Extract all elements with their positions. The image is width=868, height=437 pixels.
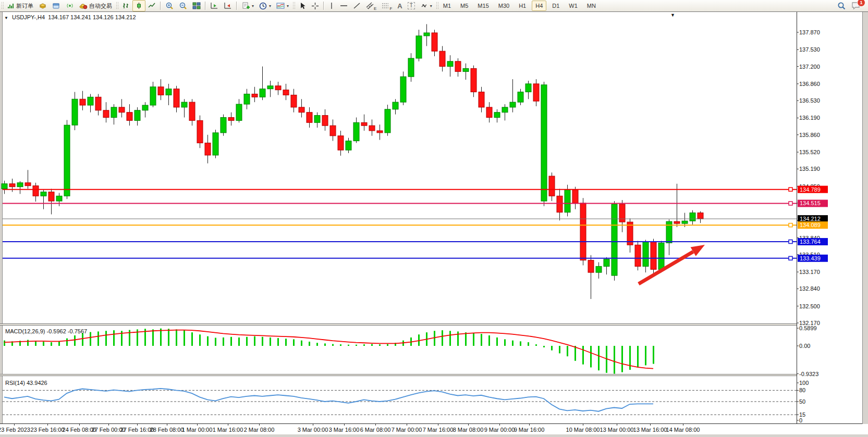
bull-candle xyxy=(236,104,242,120)
price-line-anchor[interactable] xyxy=(789,223,792,227)
arrows-icon xyxy=(420,2,428,9)
bear-candle xyxy=(95,97,101,110)
periods-button[interactable]: ▾ xyxy=(256,0,274,11)
chevron-down-icon: ▾ xyxy=(269,4,271,8)
bear-candle xyxy=(377,131,383,133)
bear-candle xyxy=(533,84,539,101)
crosshair-tool-button[interactable] xyxy=(309,0,322,11)
timeframe-button-m30[interactable]: M30 xyxy=(495,1,513,11)
time-tick-label: 1 Mar 16:00 xyxy=(213,427,243,433)
arrows-tool-button[interactable]: ▾ xyxy=(418,0,435,11)
bear-candle xyxy=(486,107,492,118)
price-line-label: 133.439 xyxy=(800,255,821,261)
bull-candle xyxy=(142,105,148,110)
timeframe-button-m15[interactable]: M15 xyxy=(474,1,492,11)
auto-scroll-button[interactable] xyxy=(207,0,221,11)
line-chart-type-button[interactable] xyxy=(145,0,158,11)
bear-candle xyxy=(103,110,109,118)
window-cloud-icon xyxy=(52,2,60,9)
bear-candle xyxy=(439,51,445,66)
bull-candle xyxy=(502,107,508,113)
bull-candle xyxy=(56,196,62,201)
price-line-anchor[interactable] xyxy=(789,202,792,205)
timeframe-button-m5[interactable]: M5 xyxy=(457,1,472,11)
bear-candle xyxy=(674,221,680,223)
bear-candle xyxy=(557,196,563,212)
chart-background xyxy=(3,11,862,437)
time-tick-label: 2 Mar 08:00 xyxy=(244,427,275,433)
zoom-in-icon xyxy=(165,2,174,10)
text-tool-button[interactable]: A xyxy=(395,0,405,11)
bear-candle xyxy=(572,190,578,203)
timeframe-button-w1[interactable]: W1 xyxy=(565,1,581,11)
horizontal-line-tool-button[interactable] xyxy=(337,0,350,11)
macd-indicator-label: MACD(12,26,9) -0.5962 -0.7567 xyxy=(5,328,87,334)
collapse-triangle-icon[interactable]: ▼ xyxy=(4,16,8,20)
toolbar-separator xyxy=(323,2,324,10)
macd-signal-value: -0.7567 xyxy=(68,328,87,334)
zoom-out-button[interactable] xyxy=(176,0,190,11)
bull-candle xyxy=(150,87,156,105)
price-line-anchor[interactable] xyxy=(789,256,792,260)
bear-candle xyxy=(330,126,336,136)
timeframe-button-m1[interactable]: M1 xyxy=(439,1,455,11)
crosshair-icon xyxy=(311,2,319,10)
timeframe-button-mn[interactable]: MN xyxy=(583,1,600,11)
price-tick-label: 135.190 xyxy=(799,166,820,172)
bear-candle xyxy=(25,183,31,186)
channel-letter: E xyxy=(374,6,376,11)
timeframe-button-h4[interactable]: H4 xyxy=(532,1,546,11)
add-indicator-button[interactable]: ▾ xyxy=(239,0,256,11)
bear-candle xyxy=(369,126,375,131)
bear-candle xyxy=(127,113,132,121)
equidistant-channel-tool-button[interactable]: E xyxy=(363,0,379,11)
auto-trading-button[interactable]: 自动交易 xyxy=(77,0,115,11)
chart-shift-icon xyxy=(224,2,232,9)
bull-candle xyxy=(353,122,359,141)
candlestick-icon xyxy=(135,2,143,9)
fibonacci-tool-button[interactable]: F xyxy=(379,0,395,11)
macd-params: (12,26,9) xyxy=(22,328,45,334)
time-tick-label: 23 Feb 2023 xyxy=(0,427,30,433)
bear-candle xyxy=(48,192,54,201)
chart-corner-marker-icon[interactable]: ▼ xyxy=(670,13,675,18)
bull-candle xyxy=(135,110,140,121)
chat-button[interactable]: 1 xyxy=(851,2,861,10)
time-tick-label: 27 Feb 16:00 xyxy=(120,427,154,433)
timeframe-button-d1[interactable]: D1 xyxy=(548,1,563,11)
cursor-tool-button[interactable] xyxy=(296,0,309,11)
rsi-tick-label: 0 xyxy=(799,417,802,423)
new-order-button[interactable]: 新订单 xyxy=(5,0,36,11)
bull-candle xyxy=(416,36,422,58)
price-tick-label: 136.860 xyxy=(799,81,820,87)
bear-candle xyxy=(651,242,656,269)
vertical-line-tool-button[interactable] xyxy=(326,0,337,11)
rsi-tick-label: 100 xyxy=(799,380,809,386)
trendline-tool-button[interactable] xyxy=(350,0,363,11)
timeframe-button-h1[interactable]: H1 xyxy=(515,1,530,11)
toolbar-right-group: 1 xyxy=(837,2,861,10)
add-indicator-icon xyxy=(241,2,250,10)
text-label-icon: T xyxy=(408,2,415,9)
data-window-button[interactable] xyxy=(50,0,63,11)
search-icon[interactable] xyxy=(837,2,846,10)
time-tick-label: 8 Mar 08:00 xyxy=(453,427,484,433)
price-line-anchor[interactable] xyxy=(789,188,792,191)
price-line-anchor[interactable] xyxy=(789,240,792,243)
signal-button[interactable] xyxy=(63,0,77,11)
bull-candle xyxy=(643,242,649,266)
bar-chart-type-button[interactable] xyxy=(119,0,132,11)
chart-shift-button[interactable] xyxy=(221,0,235,11)
price-tick-label: 132.840 xyxy=(799,285,820,292)
price-tick-label: 132.500 xyxy=(799,303,820,309)
bull-candle xyxy=(565,190,570,213)
chevron-down-icon: ▾ xyxy=(252,4,254,8)
candlestick-chart-type-button[interactable] xyxy=(132,0,145,11)
time-tick-label: 9 Mar 00:00 xyxy=(484,427,515,433)
tile-windows-button[interactable] xyxy=(190,0,203,11)
market-watch-button[interactable] xyxy=(36,0,50,11)
zoom-in-button[interactable] xyxy=(163,0,176,11)
bear-candle xyxy=(479,92,484,107)
text-label-tool-button[interactable]: T xyxy=(405,0,418,11)
templates-button[interactable]: ▾ xyxy=(274,0,291,11)
